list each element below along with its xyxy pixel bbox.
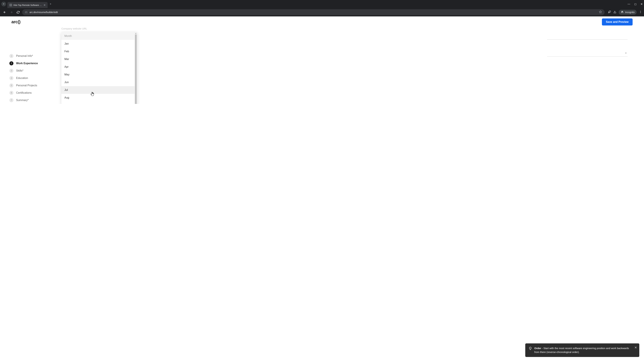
text-input[interactable] (547, 32, 628, 39)
sidebar-step-work-experience[interactable]: 2 Work Experience (10, 60, 56, 67)
arrow-left-icon (3, 11, 6, 14)
step-number: 2 (10, 61, 14, 65)
dropdown-option-jul[interactable]: Jul (62, 86, 134, 94)
dropdown-option-sep[interactable]: Sep (62, 102, 134, 104)
sidebar-step-personal-info[interactable]: 1 Personal Info* (10, 52, 56, 60)
dropdown-option-aug[interactable]: Aug (62, 94, 134, 102)
site-settings-icon[interactable] (25, 11, 28, 13)
new-tab-button[interactable]: + (50, 2, 52, 6)
dropdown-option-mar[interactable]: Mar (62, 55, 134, 63)
close-tab-icon[interactable]: ✕ (44, 3, 46, 7)
sidebar-step-personal-projects[interactable]: 5 Personal Projects (10, 82, 56, 89)
sidebar-step-skills[interactable]: 3 Skills* (10, 67, 56, 74)
scrollbar-thumb[interactable] (135, 34, 137, 104)
dropdown-option-feb[interactable]: Feb (62, 48, 134, 55)
dropdown-option-apr[interactable]: Apr (62, 63, 134, 71)
tab-title: Hire Top Remote Software Dev (14, 4, 42, 6)
close-window-button[interactable]: ✕ (640, 2, 643, 6)
window-controls: — ◻ ✕ (628, 2, 643, 6)
logo[interactable]: arc() (12, 19, 20, 24)
step-label: Education (16, 77, 28, 80)
forward-button[interactable] (9, 9, 14, 15)
scroll-up-arrow[interactable]: ▲ (134, 32, 137, 34)
step-label: Personal Info* (16, 54, 33, 57)
dropdown-option-may[interactable]: May (62, 71, 134, 78)
step-label: Work Experience (16, 62, 38, 65)
step-label: Personal Projects (16, 84, 37, 87)
reload-icon (16, 11, 20, 14)
step-label: Skills* (16, 69, 24, 72)
sidebar-step-summary[interactable]: 7 Summary* (10, 96, 56, 104)
step-number: 1 (10, 54, 14, 58)
select-field[interactable] (547, 50, 628, 57)
extensions-icon[interactable] (608, 10, 611, 14)
chevron-down-icon (625, 52, 627, 54)
chevron-down-icon (3, 3, 5, 5)
back-button[interactable] (2, 9, 8, 15)
step-number: 4 (10, 76, 14, 80)
browser-tab[interactable]: Hire Top Remote Software Dev ✕ (8, 2, 48, 8)
incognito-icon (621, 11, 624, 14)
bookmark-icon[interactable] (599, 10, 602, 14)
minimize-button[interactable]: — (628, 2, 630, 6)
sidebar-step-certifications[interactable]: 6 Certifications (10, 89, 56, 96)
svg-point-11 (640, 11, 641, 12)
downloads-icon[interactable] (613, 10, 616, 14)
step-number: 6 (10, 91, 14, 95)
arrow-right-icon (10, 11, 13, 14)
svg-point-10 (640, 11, 641, 11)
step-label: Summary* (16, 99, 29, 102)
incognito-label: Incognito (625, 11, 634, 13)
dropdown-option-jan[interactable]: Jan (62, 40, 134, 48)
menu-icon[interactable] (639, 10, 642, 14)
field-label-company-url: Company website URL (62, 27, 87, 30)
maximize-button[interactable]: ◻ (634, 2, 636, 6)
form-content: Company website URL Year Year Month (56, 27, 632, 104)
step-number: 7 (10, 98, 14, 102)
sidebar-step-education[interactable]: 4 Education (10, 74, 56, 82)
tab-favicon (10, 4, 12, 6)
address-bar[interactable]: arc.dev/resume/builder/edit (22, 9, 604, 15)
sidebar-nav: 1 Personal Info* 2 Work Experience 3 Ski… (10, 27, 56, 104)
browser-toolbar: arc.dev/resume/builder/edit Incognito (0, 8, 644, 16)
dropdown-list: Month Jan Feb Mar Apr May Jun Jul Aug Se… (62, 32, 134, 104)
save-preview-button[interactable]: Save and Preview (602, 18, 632, 25)
right-form-column: Year Year (547, 27, 628, 104)
url-text: arc.dev/resume/builder/edit (30, 11, 597, 13)
dropdown-option-jun[interactable]: Jun (62, 78, 134, 86)
main-content: 1 Personal Info* 2 Work Experience 3 Ski… (0, 27, 644, 104)
incognito-badge[interactable]: Incognito (619, 10, 636, 15)
tab-search-button[interactable] (1, 2, 6, 6)
step-number: 3 (10, 69, 14, 73)
app-header: arc() Save and Preview (0, 16, 644, 27)
browser-tab-bar: Hire Top Remote Software Dev ✕ + — ◻ ✕ (0, 0, 644, 8)
month-dropdown: Month Jan Feb Mar Apr May Jun Jul Aug Se… (62, 32, 137, 104)
reload-button[interactable] (16, 9, 21, 15)
step-label: Certifications (16, 91, 32, 94)
step-number: 5 (10, 83, 14, 87)
dropdown-header: Month (62, 32, 134, 40)
dropdown-scrollbar[interactable]: ▲ (134, 32, 137, 104)
svg-point-12 (640, 12, 641, 13)
